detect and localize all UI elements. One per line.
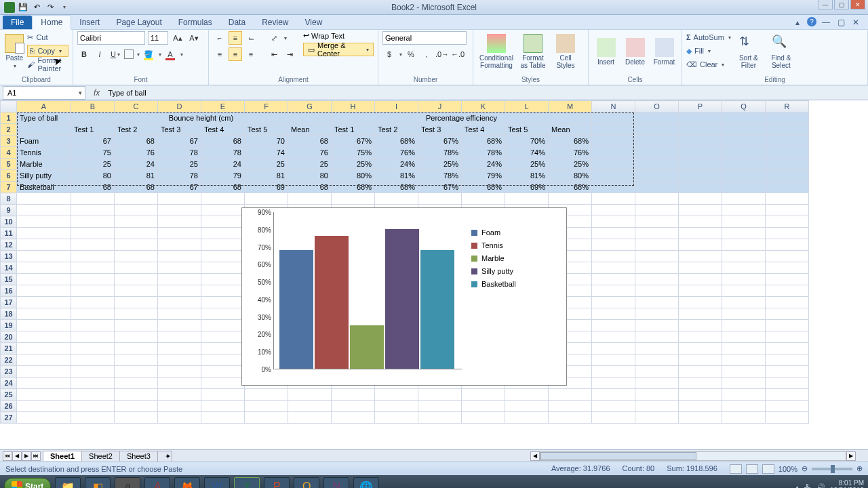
col-header[interactable]: P [679,101,722,113]
sheet-nav-first[interactable]: ⏮ [3,451,12,461]
view-layout-icon[interactable] [746,464,758,474]
tab-view[interactable]: View [297,16,331,29]
col-header[interactable]: L [505,101,549,113]
dec-decimal-icon[interactable]: ←.0 [451,47,465,61]
view-break-icon[interactable] [762,464,774,474]
sheet-tab-1[interactable]: Sheet1 [43,451,82,461]
sort-filter-button[interactable]: ⇅Sort & Filter [734,31,764,72]
paste-button[interactable]: Paste▾ [4,31,24,72]
close-button[interactable]: ✕ [850,0,865,9]
cell-styles-button[interactable]: Cell Styles [551,31,580,72]
horizontal-scrollbar[interactable]: ◀▶ [530,451,856,462]
shrink-font-icon[interactable]: A▾ [187,31,201,45]
font-color-button[interactable]: A [163,47,177,61]
insert-cells-button[interactable]: Insert [593,31,619,72]
ribbon-minimize-icon[interactable]: ▴ [792,17,803,28]
indent-inc-icon[interactable]: ⇥ [283,47,296,61]
zoom-out-icon[interactable]: ⊖ [802,464,808,473]
clear-button[interactable]: ⌫Clear▾ [686,58,731,70]
align-bottom-icon[interactable]: ⌙ [244,31,258,45]
tab-data[interactable]: Data [220,16,254,29]
inc-decimal-icon[interactable]: .0→ [435,47,449,61]
chart-bar[interactable] [315,236,349,369]
tray-expand-icon[interactable]: ▴ [795,483,799,489]
col-header[interactable]: B [71,101,115,113]
ribbon-restore-icon[interactable]: ▢ [835,17,846,28]
align-center-icon[interactable]: ≡ [229,47,242,61]
fill-color-button[interactable]: 🪣 [142,47,155,61]
taskbar-app1-icon[interactable]: ◧ [85,477,111,488]
minimize-button[interactable]: — [818,0,833,9]
col-header[interactable]: C [115,101,158,113]
sheet-nav-prev[interactable]: ◀ [12,451,22,461]
tray-clock[interactable]: 8:01 PM10/21/2012 [830,479,864,488]
tab-pagelayout[interactable]: Page Layout [108,16,170,29]
col-header[interactable]: F [245,101,288,113]
save-icon[interactable]: 💾 [18,2,28,13]
align-left-icon[interactable]: ≡ [213,47,226,61]
col-header[interactable]: H [332,101,375,113]
align-top-icon[interactable]: ⌐ [213,31,226,45]
chart-bar[interactable] [279,250,313,369]
tab-review[interactable]: Review [254,16,296,29]
col-header[interactable]: N [592,101,635,113]
taskbar-firefox-icon[interactable]: 🦊 [174,477,200,488]
col-header[interactable]: G [288,101,332,113]
ribbon-min-icon[interactable]: — [821,17,831,28]
spreadsheet-grid[interactable]: ABCDEFGHIJKLMNOPQR1Type of ballBounce he… [0,100,868,449]
tab-file[interactable]: File [3,16,32,29]
chart-bar[interactable] [350,325,384,369]
col-header[interactable]: R [766,101,809,113]
col-header[interactable]: D [158,101,201,113]
grow-font-icon[interactable]: A▴ [171,31,184,45]
help-icon[interactable]: ? [807,17,816,26]
find-select-button[interactable]: 🔍Find & Select [766,31,796,72]
chart-bar[interactable] [420,250,454,369]
orientation-icon[interactable]: ⤢ [267,31,281,45]
zoom-slider[interactable] [812,468,852,470]
embedded-chart[interactable]: 0%10%20%30%40%50%60%70%80%90% FoamTennis… [241,207,567,386]
taskbar-powerpoint-icon[interactable]: P [264,477,290,488]
tab-insert[interactable]: Insert [71,16,108,29]
italic-button[interactable]: I [93,47,106,61]
wrap-text-button[interactable]: ↩Wrap Text [303,31,374,40]
cut-button[interactable]: ✂Cut [27,31,68,43]
taskbar-access-icon[interactable]: A [144,477,170,488]
undo-icon[interactable]: ↶ [31,2,42,13]
taskbar-chrome-icon[interactable]: 🌐 [353,477,379,488]
delete-cells-button[interactable]: Delete [622,31,648,72]
col-header[interactable]: A [17,101,71,113]
col-header[interactable]: I [375,101,418,113]
col-header[interactable]: O [635,101,679,113]
tab-formulas[interactable]: Formulas [170,16,220,29]
ribbon-close-icon[interactable]: ✕ [850,17,861,28]
currency-icon[interactable]: $ [382,47,396,61]
col-header[interactable]: K [462,101,505,113]
tab-home[interactable]: Home [32,15,71,30]
align-right-icon[interactable]: ≡ [244,47,258,61]
border-button[interactable] [124,49,134,59]
taskbar-onenote-icon[interactable]: N [323,477,349,488]
underline-button[interactable]: U▾ [108,47,122,61]
bold-button[interactable]: B [77,47,91,61]
merge-center-button[interactable]: ▭Merge & Center▾ [303,43,374,56]
font-name-combo[interactable] [77,31,145,45]
indent-dec-icon[interactable]: ⇤ [267,47,281,61]
fill-button[interactable]: ◆Fill▾ [686,45,731,57]
chart-bar[interactable] [385,229,419,369]
fx-icon[interactable]: fx [88,88,105,98]
percent-icon[interactable]: % [404,47,418,61]
taskbar-explorer-icon[interactable]: 📁 [55,477,81,488]
maximize-button[interactable]: ▢ [834,0,849,9]
comma-icon[interactable]: , [420,47,433,61]
font-size-combo[interactable] [148,31,168,45]
number-format-combo[interactable] [382,31,467,45]
formula-value[interactable]: Type of ball [105,89,868,97]
col-header[interactable]: J [418,101,462,113]
tray-network-icon[interactable]: 🖧 [804,483,811,489]
taskbar-word-icon[interactable]: W [204,477,230,488]
align-middle-icon[interactable]: ≡ [229,31,242,45]
sheet-tab-3[interactable]: Sheet3 [119,451,158,461]
taskbar-outlook-icon[interactable]: O [294,477,319,488]
col-header[interactable]: Q [722,101,766,113]
